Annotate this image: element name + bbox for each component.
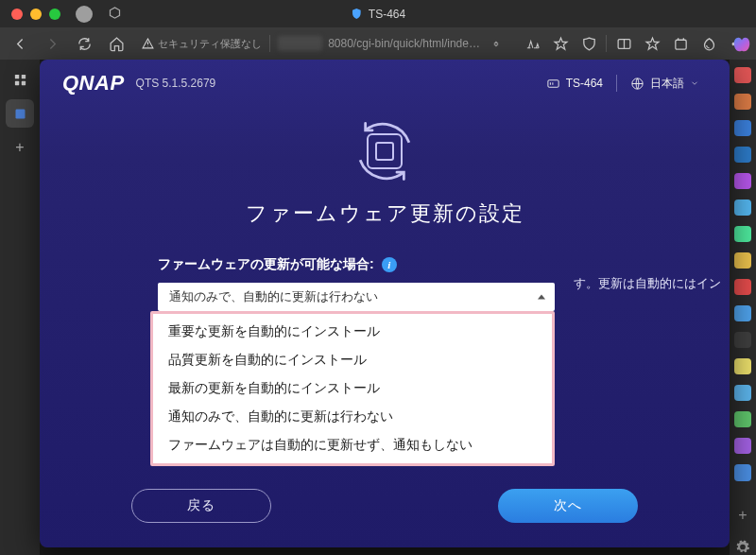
update-policy-dropdown: 重要な更新を自動的にインストール品質更新を自動的にインストール最新の更新を自動的… — [150, 311, 555, 466]
dropdown-option[interactable]: 通知のみで、自動的に更新は行わない — [153, 403, 552, 431]
extension-icon[interactable] — [734, 279, 751, 295]
tabs-overview-button[interactable] — [6, 65, 34, 94]
shield-button[interactable] — [576, 29, 602, 58]
page-title: ファームウェア更新の設定 — [96, 199, 673, 228]
extension-icon[interactable] — [734, 199, 751, 216]
update-policy-select[interactable]: 通知のみで、自動的に更新は行わない 重要な更新を自動的にインストール品質更新を自… — [158, 283, 555, 311]
close-window-button[interactable] — [11, 9, 23, 20]
security-warning: セキュリティ保護なし — [142, 37, 262, 51]
traffic-lights — [11, 9, 60, 20]
shield-icon — [351, 8, 363, 20]
extension-icon[interactable] — [734, 252, 751, 269]
toolbar-right-icons — [519, 29, 750, 58]
dropdown-option[interactable]: 重要な更新を自動的にインストール — [153, 318, 552, 346]
profile-avatar-icon[interactable] — [76, 6, 93, 23]
svg-rect-10 — [548, 79, 558, 87]
back-button-label: 戻る — [187, 497, 215, 514]
minimize-window-button[interactable] — [30, 9, 42, 20]
qnap-body: ファームウェア更新の設定 ファームウェアの更新が可能な場合: i 通知のみで、自… — [40, 107, 730, 311]
dropdown-option[interactable]: 最新の更新を自動的にインストール — [153, 374, 552, 403]
extension-icon[interactable] — [734, 385, 751, 401]
extension-icon[interactable] — [734, 411, 751, 427]
split-screen-button[interactable] — [610, 29, 637, 58]
qnap-setup-window: QNAP QTS 5.1.5.2679 TS-464 日本語 ファームウェア更新… — [40, 60, 730, 547]
select-value: 通知のみで、自動的に更新は行わない — [169, 288, 378, 305]
svg-rect-6 — [21, 74, 25, 78]
divider — [606, 35, 607, 52]
svg-rect-7 — [14, 80, 18, 84]
info-icon[interactable]: i — [382, 257, 397, 272]
copilot-icon[interactable] — [731, 34, 752, 55]
address-bar[interactable]: セキュリティ保護なし 8080/cgi-bin/quick/html/index… — [134, 29, 515, 58]
select-caret-icon — [538, 295, 545, 300]
url-text: 8080/cgi-bin/quick/html/index.html#ad... — [328, 37, 485, 50]
extension-icon[interactable] — [734, 94, 751, 110]
firmware-icon-wrap — [96, 116, 673, 186]
dropdown-option[interactable]: 品質更新を自動的にインストール — [153, 346, 552, 374]
nas-icon — [546, 77, 560, 91]
divider — [269, 35, 270, 52]
form-label-text: ファームウェアの更新が可能な場合: — [158, 256, 374, 273]
refresh-button[interactable] — [70, 29, 98, 58]
firmware-update-icon — [350, 116, 420, 186]
url-redacted — [278, 36, 322, 51]
clear-url-button[interactable] — [491, 29, 507, 58]
collections-button[interactable] — [667, 29, 694, 58]
extensions-strip: + — [730, 60, 756, 555]
svg-rect-1 — [675, 40, 685, 49]
strip-settings-icon[interactable] — [734, 539, 751, 555]
extension-icon[interactable] — [734, 358, 751, 374]
language-selector[interactable]: 日本語 — [623, 72, 707, 95]
chip-icon — [367, 133, 403, 169]
extension-icon[interactable] — [734, 464, 751, 480]
window-title-text: TS-464 — [369, 8, 405, 21]
back-button[interactable] — [6, 29, 34, 58]
chevron-down-icon — [690, 78, 699, 88]
svg-rect-5 — [14, 74, 18, 78]
extension-icon[interactable] — [734, 173, 751, 189]
firmware-form: ファームウェアの更新が可能な場合: i 通知のみで、自動的に更新は行わない 重要… — [158, 256, 611, 311]
new-tab-button[interactable]: + — [6, 133, 34, 162]
maximize-window-button[interactable] — [49, 9, 60, 20]
qnap-logo: QNAP — [62, 71, 125, 95]
back-button[interactable]: 戻る — [131, 489, 271, 523]
extension-icon[interactable] — [734, 147, 751, 163]
svg-rect-8 — [21, 80, 25, 84]
globe-icon — [630, 77, 644, 91]
form-label: ファームウェアの更新が可能な場合: i — [158, 256, 611, 273]
next-button-label: 次へ — [554, 497, 582, 514]
security-label: セキュリティ保護なし — [158, 37, 262, 51]
svg-rect-9 — [15, 109, 25, 118]
favorites-list-button[interactable] — [639, 29, 665, 58]
extension-icon[interactable] — [734, 120, 751, 136]
window-title: TS-464 — [351, 8, 405, 21]
forward-button[interactable] — [38, 29, 66, 58]
dropdown-option[interactable]: ファームウェアは自動的に更新せず、通知もしない — [153, 431, 552, 460]
macos-titlebar: TS-464 — [0, 0, 756, 27]
vertical-tabs-strip: + — [0, 60, 40, 555]
device-name-text: TS-464 — [566, 77, 603, 90]
browser-toolbar: セキュリティ保護なし 8080/cgi-bin/quick/html/index… — [0, 27, 756, 60]
performance-button[interactable] — [696, 29, 722, 58]
divider — [616, 75, 617, 92]
hint-fragment: す。更新は自動的にはイン — [574, 275, 721, 292]
favorite-button[interactable] — [547, 29, 574, 58]
extension-icon[interactable] — [734, 305, 751, 321]
device-name-chip[interactable]: TS-464 — [539, 73, 610, 95]
home-button[interactable] — [102, 29, 130, 58]
wizard-buttons: 戻る 次へ — [40, 489, 730, 523]
next-button[interactable]: 次へ — [498, 489, 638, 523]
qnap-version: QTS 5.1.5.2679 — [136, 77, 216, 90]
language-text: 日本語 — [650, 76, 684, 92]
extension-icon[interactable] — [734, 332, 751, 348]
qnap-header: QNAP QTS 5.1.5.2679 TS-464 日本語 — [40, 60, 730, 107]
tab-item-qnap[interactable] — [6, 99, 34, 128]
strip-add-button[interactable]: + — [729, 502, 756, 529]
extension-icon[interactable] — [734, 438, 751, 454]
extension-icon[interactable] — [734, 226, 751, 242]
extension-icon[interactable] — [734, 67, 751, 83]
package-icon[interactable] — [108, 6, 122, 23]
text-size-button[interactable] — [519, 29, 545, 58]
